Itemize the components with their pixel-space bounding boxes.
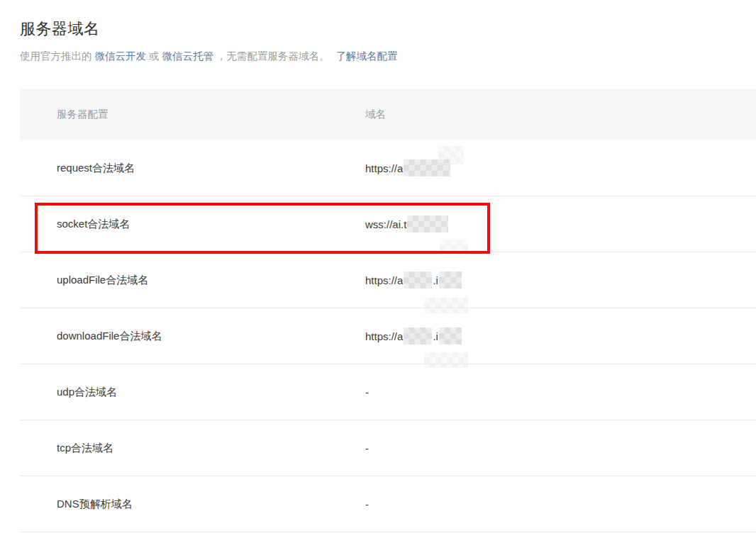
subtitle-prefix-text: 使用官方推出的: [20, 50, 92, 62]
table-row: socket合法域名 wss://ai.t: [20, 196, 756, 252]
row-config-label: downloadFile合法域名: [20, 330, 365, 343]
domain-text: https://a: [365, 162, 403, 174]
page-title: 服务器域名: [20, 18, 100, 40]
table-row: DNS预解析域名 -: [20, 476, 756, 532]
row-config-label: tcp合法域名: [20, 442, 365, 455]
table-row: request合法域名 https://a: [20, 140, 756, 196]
censored-block: [439, 271, 462, 288]
link-learn-domain-config[interactable]: 了解域名配置: [336, 50, 398, 62]
domain-text: https://a: [365, 330, 403, 342]
table-body: request合法域名 https://a socket合法域名 wss://a…: [20, 140, 756, 532]
row-config-label: udp合法域名: [20, 386, 365, 399]
row-config-label: DNS预解析域名: [20, 498, 365, 511]
header-server-config: 服务器配置: [20, 108, 365, 121]
link-weixin-cloud-hosting[interactable]: 微信云托管: [162, 50, 214, 62]
row-domain-cell: -: [365, 442, 756, 454]
row-domain-cell: https://a: [365, 159, 756, 176]
mosaic-artifact: [424, 352, 468, 368]
table-row: tcp合法域名 -: [20, 420, 756, 476]
row-domain-cell: https://a.i: [365, 271, 756, 288]
table-row: udp合法域名 -: [20, 364, 756, 420]
mosaic-artifact: [440, 240, 468, 251]
domain-text: .i: [433, 274, 438, 286]
row-domain-cell: -: [365, 386, 756, 398]
domain-text: wss://ai.t: [365, 218, 406, 230]
table-row: downloadFile合法域名 https://a.i: [20, 308, 756, 364]
censored-block: [404, 271, 432, 288]
row-config-label: request合法域名: [20, 162, 365, 175]
table-row: uploadFile合法域名 https://a.i: [20, 252, 756, 308]
row-domain-cell: https://a.i: [365, 327, 756, 344]
row-config-label: socket合法域名: [20, 218, 365, 231]
mosaic-artifact: [438, 146, 464, 164]
domain-text: -: [365, 442, 369, 454]
row-domain-cell: wss://ai.t: [365, 215, 756, 232]
link-weixin-cloud-dev[interactable]: 微信云开发: [95, 50, 147, 62]
mosaic-artifact: [424, 298, 468, 313]
header-domain: 域名: [365, 108, 756, 121]
censored-block: [439, 327, 462, 344]
row-domain-cell: -: [365, 498, 756, 510]
censored-block: [407, 215, 448, 232]
domain-text: -: [365, 498, 369, 510]
page-subtitle: 使用官方推出的微信云开发或微信云托管，无需配置服务器域名。了解域名配置: [20, 50, 401, 63]
domain-text: https://a: [365, 274, 403, 286]
domain-table: 服务器配置 域名 request合法域名 https://a socket合法域…: [20, 89, 756, 532]
subtitle-conjunction-text: 或: [149, 50, 160, 62]
censored-block: [404, 327, 432, 344]
server-domain-page: 服务器域名 使用官方推出的微信云开发或微信云托管，无需配置服务器域名。了解域名配…: [0, 0, 756, 538]
subtitle-suffix-text: ，无需配置服务器域名。: [216, 50, 330, 62]
table-header-row: 服务器配置 域名: [20, 89, 756, 140]
row-config-label: uploadFile合法域名: [20, 274, 365, 287]
domain-text: .i: [433, 330, 438, 342]
domain-text: -: [365, 386, 369, 398]
